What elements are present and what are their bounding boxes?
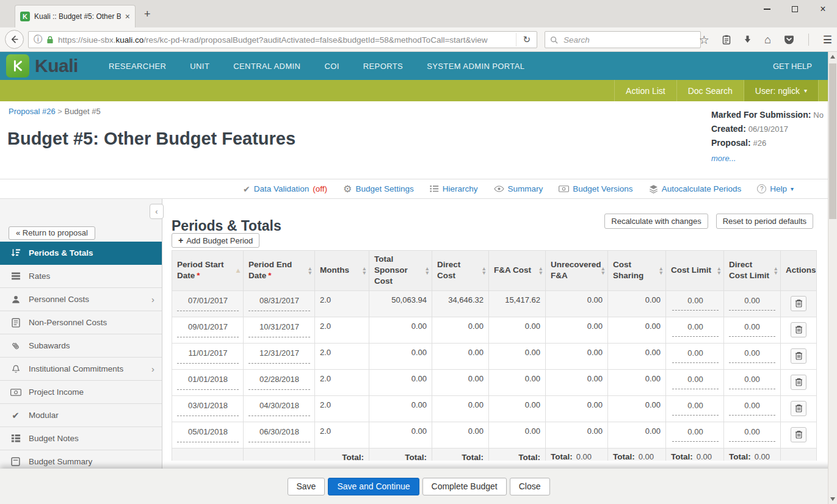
close-window-button[interactable]: × <box>809 0 837 18</box>
sidebar-item-rates[interactable]: Rates <box>0 265 162 288</box>
recalculate-button[interactable]: Recalculate with changes <box>604 214 708 229</box>
direct-cost-limit-input[interactable]: 0.00 <box>729 346 775 363</box>
col-period-end-date[interactable]: Period End Date* <box>244 251 315 291</box>
nav-item-researcher[interactable]: RESEARCHER <box>109 62 166 71</box>
more-link[interactable]: more... <box>711 152 824 165</box>
search-input[interactable] <box>562 35 695 45</box>
delete-period-button[interactable] <box>791 322 806 337</box>
col-unrecovered-fa[interactable]: Unrecovered F&A <box>546 251 608 291</box>
sidebar-item-personnel-costs[interactable]: Personnel Costs › <box>0 288 162 311</box>
period-end-input[interactable]: 10/31/2017 <box>248 319 310 337</box>
sidebar-item-periods-totals[interactable]: Periods & Totals <box>0 242 162 265</box>
cost-limit-input[interactable]: 0.00 <box>672 320 719 337</box>
sidebar-item-modular[interactable]: ✔ Modular <box>0 404 162 427</box>
site-info-icon[interactable]: ⓘ <box>34 34 42 45</box>
minimize-button[interactable] <box>753 0 781 18</box>
sort-icon[interactable] <box>236 267 240 273</box>
col-direct-cost[interactable]: Direct Cost <box>432 251 489 291</box>
return-to-proposal-button[interactable]: « Return to proposal <box>9 226 95 240</box>
sort-icon[interactable] <box>601 267 604 275</box>
period-start-input[interactable]: 09/01/2017 <box>177 319 239 337</box>
back-button[interactable] <box>5 30 24 49</box>
sidebar-item-subawards[interactable]: Subawards <box>0 334 162 358</box>
scroll-down-arrow[interactable] <box>830 497 835 501</box>
scrollbar-thumb[interactable] <box>829 63 836 219</box>
bookmarks-list-icon[interactable] <box>722 35 731 45</box>
delete-period-button[interactable] <box>791 375 806 390</box>
toolbar-data-validation[interactable]: ✔ Data Validation (off) <box>243 184 327 194</box>
period-start-input[interactable]: 01/01/2018 <box>177 372 239 390</box>
delete-period-button[interactable] <box>791 296 806 311</box>
toolbar-help[interactable]: ? Help ▾ <box>757 184 794 193</box>
toolbar-budget-versions[interactable]: Budget Versions <box>559 184 632 193</box>
reset-defaults-button[interactable]: Reset to period defaults <box>716 214 813 229</box>
maximize-button[interactable] <box>781 0 809 18</box>
col-direct-cost-limit[interactable]: Direct Cost Limit <box>724 251 781 291</box>
tab-close-icon[interactable]: × <box>125 12 130 21</box>
period-end-input[interactable]: 08/31/2017 <box>248 293 310 311</box>
cost-limit-input[interactable]: 0.00 <box>672 293 719 311</box>
get-help-link[interactable]: GET HELP <box>773 52 812 80</box>
browser-tab[interactable]: K Kuali :: Budget #5: Other Bud × <box>15 5 136 27</box>
download-icon[interactable] <box>744 35 752 44</box>
page-scrollbar[interactable] <box>828 52 837 504</box>
nav-item-unit[interactable]: UNIT <box>190 62 209 71</box>
direct-cost-limit-input[interactable]: 0.00 <box>729 425 775 442</box>
direct-cost-limit-input[interactable]: 0.00 <box>729 320 775 337</box>
save-and-continue-button[interactable]: Save and Continue <box>328 478 419 495</box>
cost-limit-input[interactable]: 0.00 <box>672 398 719 416</box>
sort-icon[interactable] <box>717 267 720 275</box>
cost-limit-input[interactable]: 0.00 <box>672 425 719 442</box>
home-icon[interactable]: ⌂ <box>764 34 771 46</box>
period-end-input[interactable]: 02/28/2018 <box>248 372 310 390</box>
bookmark-star-icon[interactable]: ☆ <box>699 33 709 47</box>
url-bar[interactable]: ⓘ https://siue-sbx.kuali.co/res/kc-pd-kr… <box>28 31 537 48</box>
collapse-sidebar-button[interactable]: ‹ <box>150 204 164 219</box>
period-end-input[interactable]: 06/30/2018 <box>248 424 310 442</box>
period-start-input[interactable]: 03/01/2018 <box>177 398 239 416</box>
delete-period-button[interactable] <box>791 401 806 416</box>
doc-search-link[interactable]: Doc Search <box>676 80 744 101</box>
col-period-start-date[interactable]: Period Start Date* <box>172 251 244 291</box>
sort-icon[interactable] <box>363 267 366 275</box>
period-end-input[interactable]: 12/31/2017 <box>248 345 310 364</box>
add-budget-period-button[interactable]: + Add Budget Period <box>172 233 259 248</box>
period-end-input[interactable]: 04/30/2018 <box>248 398 310 416</box>
scroll-up-arrow[interactable] <box>830 55 835 59</box>
sidebar-item-non-personnel-costs[interactable]: Non-Personnel Costs <box>0 311 162 334</box>
direct-cost-limit-input[interactable]: 0.00 <box>729 293 775 311</box>
toolbar-hierarchy[interactable]: Hierarchy <box>430 184 478 193</box>
toolbar-summary[interactable]: Summary <box>494 184 543 193</box>
close-button[interactable]: Close <box>510 478 550 495</box>
complete-budget-button[interactable]: Complete Budget <box>422 478 507 495</box>
kuali-logo[interactable]: Kuali <box>6 54 78 77</box>
sort-icon[interactable] <box>659 267 662 275</box>
sort-icon[interactable] <box>774 267 777 275</box>
search-bar[interactable] <box>545 31 701 48</box>
delete-period-button[interactable] <box>791 348 806 364</box>
col-cost-limit[interactable]: Cost Limit <box>666 251 724 291</box>
user-menu[interactable]: User: nglick ▾ <box>744 80 818 101</box>
sort-icon[interactable] <box>482 267 485 275</box>
sidebar-item-institutional-commitments[interactable]: Institutional Commitments › <box>0 358 162 381</box>
nav-item-central-admin[interactable]: CENTRAL ADMIN <box>233 62 300 71</box>
save-button[interactable]: Save <box>288 478 325 495</box>
cost-limit-input[interactable]: 0.00 <box>672 372 719 389</box>
toolbar-budget-settings[interactable]: ⚙ Budget Settings <box>343 183 414 195</box>
col-fa-cost[interactable]: F&A Cost <box>489 251 546 291</box>
period-start-input[interactable]: 05/01/2018 <box>177 424 239 442</box>
toolbar-autocalculate-periods[interactable]: Autocalculate Periods <box>649 184 742 193</box>
nav-item-coi[interactable]: COI <box>324 62 339 71</box>
cost-limit-input[interactable]: 0.00 <box>672 346 719 363</box>
sort-icon[interactable] <box>308 267 311 275</box>
new-tab-button[interactable]: + <box>144 8 151 21</box>
hamburger-menu-icon[interactable]: ☰ <box>823 34 832 46</box>
action-list-link[interactable]: Action List <box>614 80 676 101</box>
sort-icon[interactable] <box>426 267 429 275</box>
sidebar-item-budget-notes[interactable]: Budget Notes <box>0 427 162 450</box>
nav-item-system-admin-portal[interactable]: SYSTEM ADMIN PORTAL <box>427 62 524 71</box>
sort-icon[interactable] <box>539 267 542 275</box>
col-months[interactable]: Months <box>315 251 369 291</box>
delete-period-button[interactable] <box>791 427 806 442</box>
col-total-sponsor-cost[interactable]: Total Sponsor Cost <box>369 251 432 291</box>
